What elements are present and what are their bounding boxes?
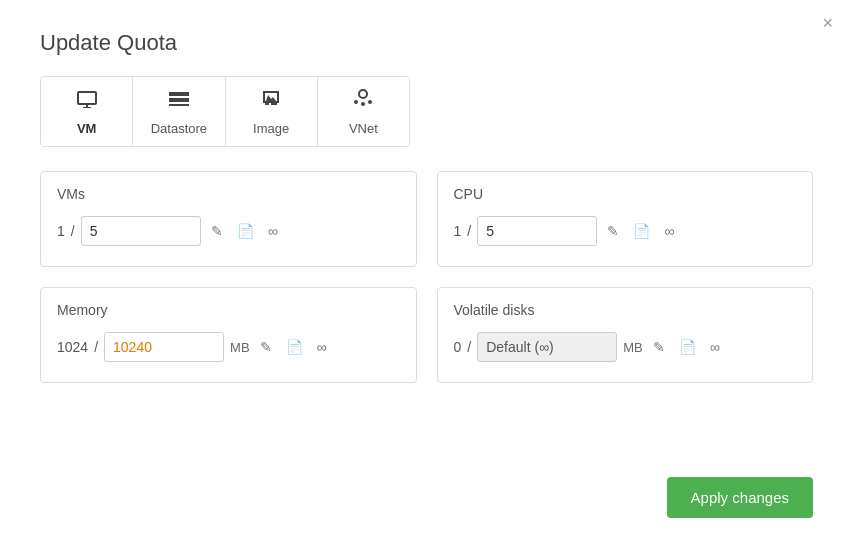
cpu-edit-btn[interactable]: ✎ bbox=[603, 221, 623, 241]
memory-unit: MB bbox=[230, 340, 250, 355]
volatile-disks-title: Volatile disks bbox=[454, 302, 797, 318]
memory-edit-btn[interactable]: ✎ bbox=[256, 337, 276, 357]
cpu-current: 1 bbox=[454, 223, 462, 239]
vms-current: 1 bbox=[57, 223, 65, 239]
sections-grid: VMs 1 / ✎ 📄 ∞ CPU 1 / ✎ 📄 ∞ bbox=[40, 171, 813, 383]
tab-image-label: Image bbox=[253, 121, 289, 136]
vms-copy-btn[interactable]: 📄 bbox=[233, 221, 258, 241]
volatile-current: 0 bbox=[454, 339, 462, 355]
vms-infinity-btn[interactable]: ∞ bbox=[264, 221, 282, 241]
image-icon bbox=[259, 87, 283, 117]
tab-image[interactable]: Image bbox=[226, 77, 318, 146]
vms-input-row: 1 / ✎ 📄 ∞ bbox=[57, 216, 400, 246]
cpu-infinity-btn[interactable]: ∞ bbox=[660, 221, 678, 241]
datastore-icon bbox=[167, 87, 191, 117]
memory-title: Memory bbox=[57, 302, 400, 318]
tab-vm-label: VM bbox=[77, 121, 97, 136]
volatile-separator: / bbox=[467, 339, 471, 355]
vm-icon bbox=[75, 87, 99, 117]
cpu-input[interactable] bbox=[477, 216, 597, 246]
volatile-disks-input-row: 0 / MB ✎ 📄 ∞ bbox=[454, 332, 797, 362]
tab-vnet-label: VNet bbox=[349, 121, 378, 136]
cpu-separator: / bbox=[467, 223, 471, 239]
vms-section: VMs 1 / ✎ 📄 ∞ bbox=[40, 171, 417, 267]
volatile-infinity-btn[interactable]: ∞ bbox=[706, 337, 724, 357]
volatile-copy-btn[interactable]: 📄 bbox=[675, 337, 700, 357]
volatile-unit: MB bbox=[623, 340, 643, 355]
memory-current: 1024 bbox=[57, 339, 88, 355]
tab-vnet[interactable]: VNet bbox=[318, 77, 409, 146]
tab-datastore[interactable]: Datastore bbox=[133, 77, 225, 146]
footer: Apply changes bbox=[667, 477, 813, 518]
cpu-section: CPU 1 / ✎ 📄 ∞ bbox=[437, 171, 814, 267]
memory-input-row: 1024 / MB ✎ 📄 ∞ bbox=[57, 332, 400, 362]
modal: × Update Quota VM Datastore bbox=[0, 0, 853, 548]
cpu-copy-btn[interactable]: 📄 bbox=[629, 221, 654, 241]
vms-input[interactable] bbox=[81, 216, 201, 246]
memory-separator: / bbox=[94, 339, 98, 355]
apply-changes-button[interactable]: Apply changes bbox=[667, 477, 813, 518]
cpu-input-row: 1 / ✎ 📄 ∞ bbox=[454, 216, 797, 246]
memory-infinity-btn[interactable]: ∞ bbox=[313, 337, 331, 357]
tab-bar: VM Datastore Image VNet bbox=[40, 76, 410, 147]
memory-input[interactable] bbox=[104, 332, 224, 362]
cpu-title: CPU bbox=[454, 186, 797, 202]
volatile-disks-section: Volatile disks 0 / MB ✎ 📄 ∞ bbox=[437, 287, 814, 383]
vms-title: VMs bbox=[57, 186, 400, 202]
volatile-disks-input[interactable] bbox=[477, 332, 617, 362]
modal-title: Update Quota bbox=[40, 30, 813, 56]
tab-vm[interactable]: VM bbox=[41, 77, 133, 146]
tab-datastore-label: Datastore bbox=[151, 121, 207, 136]
vms-edit-btn[interactable]: ✎ bbox=[207, 221, 227, 241]
volatile-edit-btn[interactable]: ✎ bbox=[649, 337, 669, 357]
vms-separator: / bbox=[71, 223, 75, 239]
close-button[interactable]: × bbox=[822, 14, 833, 32]
vnet-icon bbox=[351, 87, 375, 117]
memory-copy-btn[interactable]: 📄 bbox=[282, 337, 307, 357]
memory-section: Memory 1024 / MB ✎ 📄 ∞ bbox=[40, 287, 417, 383]
